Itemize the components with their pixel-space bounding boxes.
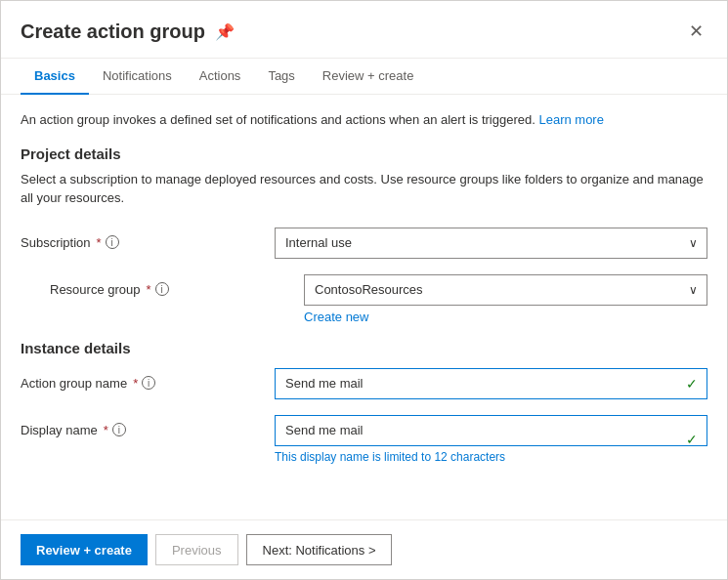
action-group-name-label: Action group name * i: [21, 368, 275, 391]
subscription-required: *: [97, 235, 102, 250]
display-name-input[interactable]: [275, 415, 707, 446]
display-name-control: ✓ This display name is limited to 12 cha…: [275, 415, 707, 464]
resource-group-label: Resource group * i: [50, 274, 304, 297]
next-notifications-button[interactable]: Next: Notifications >: [246, 534, 393, 565]
display-name-info-icon[interactable]: i: [112, 423, 126, 436]
project-details-section: Project details Select a subscription to…: [21, 145, 707, 324]
action-group-name-valid-icon: ✓: [686, 376, 698, 392]
tab-review-create[interactable]: Review + create: [309, 59, 428, 95]
tab-notifications[interactable]: Notifications: [89, 59, 186, 95]
tab-basics[interactable]: Basics: [21, 59, 89, 95]
resource-group-row: Resource group * i ContosoResources ∨ Cr…: [50, 274, 707, 324]
dialog-content: An action group invokes a defined set of…: [1, 95, 727, 519]
action-group-name-row: Action group name * i ✓: [21, 368, 707, 399]
resource-group-select-wrapper: ContosoResources ∨: [304, 274, 707, 306]
subscription-info-icon[interactable]: i: [106, 235, 119, 249]
previous-button[interactable]: Previous: [155, 534, 238, 565]
learn-more-link[interactable]: Learn more: [538, 112, 603, 127]
project-details-desc: Select a subscription to manage deployed…: [21, 170, 707, 208]
resource-group-required: *: [147, 282, 151, 297]
dialog-footer: Review + create Previous Next: Notificat…: [1, 519, 727, 579]
subscription-row: Subscription * i Internal use ∨: [21, 228, 707, 259]
action-group-name-required: *: [133, 376, 138, 391]
action-group-name-control: ✓: [275, 368, 707, 399]
subscription-select-wrapper: Internal use ∨: [275, 228, 707, 259]
display-name-label: Display name * i: [21, 415, 275, 437]
resource-group-info-icon[interactable]: i: [155, 282, 169, 296]
review-create-button[interactable]: Review + create: [21, 534, 148, 565]
subscription-control: Internal use ∨: [275, 228, 707, 259]
close-icon[interactable]: ✕: [685, 17, 707, 46]
dialog-title: Create action group 📌: [21, 21, 235, 43]
title-text: Create action group: [21, 21, 205, 43]
action-group-name-input[interactable]: [275, 368, 707, 399]
tab-actions[interactable]: Actions: [186, 59, 255, 95]
subscription-select[interactable]: Internal use: [275, 228, 707, 259]
resource-group-control: ContosoResources ∨ Create new: [304, 274, 707, 324]
char-limit-text: This display name is limited to 12 chara…: [275, 450, 707, 464]
create-new-link[interactable]: Create new: [304, 310, 707, 324]
display-name-required: *: [104, 423, 108, 437]
dialog-header: Create action group 📌 ✕: [1, 1, 727, 59]
project-details-title: Project details: [21, 145, 707, 162]
instance-details-section: Instance details Action group name * i ✓…: [21, 340, 707, 464]
action-group-name-info-icon[interactable]: i: [142, 376, 155, 390]
tab-tags[interactable]: Tags: [254, 59, 308, 95]
display-name-row: Display name * i ✓ This display name is …: [21, 415, 707, 464]
info-text: An action group invokes a defined set of…: [21, 110, 707, 130]
tab-bar: Basics Notifications Actions Tags Review…: [1, 59, 727, 95]
resource-group-select[interactable]: ContosoResources: [304, 274, 707, 306]
subscription-label: Subscription * i: [21, 228, 275, 250]
display-name-valid-icon: ✓: [686, 432, 698, 447]
instance-details-title: Instance details: [21, 340, 707, 356]
create-action-group-dialog: Create action group 📌 ✕ Basics Notificat…: [0, 0, 728, 580]
pin-icon[interactable]: 📌: [215, 22, 235, 41]
